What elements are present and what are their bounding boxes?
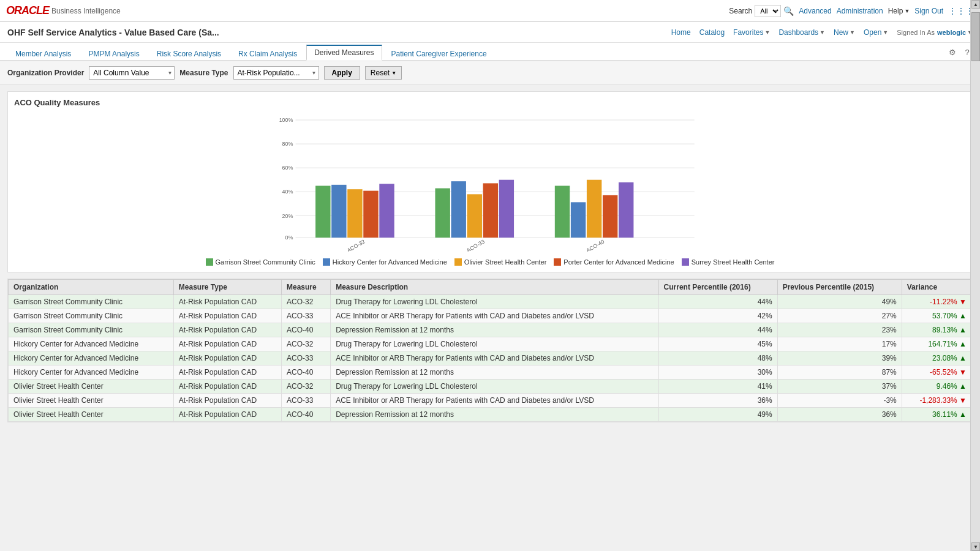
- bar-aco33-garrison: [435, 189, 450, 238]
- table-cell: At-Risk Population CAD: [173, 365, 281, 379]
- dashboards-caret: ▼: [820, 29, 825, 36]
- col-description: Measure Description: [331, 279, 658, 294]
- bar-aco40-surrey: [619, 182, 633, 238]
- reset-button[interactable]: Reset ▼: [365, 66, 402, 80]
- table-row: Hickory Center for Advanced MedicineAt-R…: [9, 351, 972, 365]
- table-cell: ACO-32: [281, 337, 330, 351]
- table-cell: Drug Therapy for Lowering LDL Cholestero…: [331, 379, 658, 393]
- variance-cell: 23.08% ▲: [902, 351, 971, 365]
- table-cell: Olivier Street Health Center: [9, 379, 174, 393]
- table-cell: ACO-40: [281, 323, 330, 337]
- chart-legend: Garrison Street Community Clinic Hickory…: [206, 258, 775, 266]
- table-cell: ACE Inhibitor or ARB Therapy for Patient…: [331, 393, 658, 407]
- table-cell: 49%: [658, 407, 777, 421]
- scroll-up-arrow[interactable]: ▲: [971, 0, 980, 9]
- variance-cell: 36.11% ▲: [902, 407, 971, 421]
- header: ORACLE Business Intelligence Search All …: [0, 0, 980, 22]
- bar-aco33-porter: [483, 183, 498, 238]
- tab-derived-measures[interactable]: Derived Measures: [306, 45, 382, 61]
- table-row: Olivier Street Health CenterAt-Risk Popu…: [9, 393, 972, 407]
- table-cell: 49%: [777, 294, 902, 309]
- table-cell: At-Risk Population CAD: [173, 393, 281, 407]
- search-label: Search: [729, 7, 752, 15]
- titlebar: OHF Self Service Analytics - Value Based…: [0, 22, 980, 43]
- table-cell: Olivier Street Health Center: [9, 393, 174, 407]
- nav-links: Home Catalog Favorites ▼ Dashboards ▼ Ne…: [671, 28, 973, 37]
- svg-text:ACO-32: ACO-32: [346, 238, 366, 252]
- table-header-row: Organization Measure Type Measure Measur…: [9, 279, 972, 294]
- search-type-select[interactable]: All: [755, 5, 781, 17]
- table-cell: At-Risk Population CAD: [173, 323, 281, 337]
- table-cell: Garrison Street Community Clinic: [9, 309, 174, 323]
- svg-text:60%: 60%: [282, 165, 293, 171]
- table-cell: 44%: [658, 323, 777, 337]
- tab-risk-score-analysis[interactable]: Risk Score Analysis: [149, 47, 229, 61]
- table-cell: Hickory Center for Advanced Medicine: [9, 337, 174, 351]
- variance-cell: 164.71% ▲: [902, 337, 971, 351]
- settings-icon[interactable]: ⚙: [947, 47, 958, 58]
- table-cell: 44%: [658, 294, 777, 309]
- page-title: OHF Self Service Analytics - Value Based…: [7, 28, 219, 37]
- legend-color-surrey: [682, 258, 689, 266]
- table-cell: At-Risk Population CAD: [173, 379, 281, 393]
- chart-area: 100% 80% 60% 40% 20% 0%: [276, 112, 704, 253]
- bar-aco40-olivier: [587, 180, 601, 238]
- org-provider-select[interactable]: All Column Value: [89, 66, 175, 80]
- tab-icons: ⚙ ?: [947, 47, 973, 60]
- table-cell: Hickory Center for Advanced Medicine: [9, 365, 174, 379]
- org-provider-label: Organization Provider: [7, 69, 84, 77]
- table-cell: ACO-40: [281, 365, 330, 379]
- search-icon[interactable]: 🔍: [783, 6, 794, 16]
- svg-text:100%: 100%: [279, 117, 293, 123]
- help-dropdown[interactable]: Help ▼: [888, 7, 910, 15]
- advanced-link[interactable]: Advanced: [799, 7, 831, 15]
- bar-aco32-porter: [363, 191, 378, 238]
- table-cell: Garrison Street Community Clinic: [9, 323, 174, 337]
- table-cell: ACO-32: [281, 379, 330, 393]
- scrollbar: ▲ ▼: [970, 0, 980, 538]
- open-dropdown[interactable]: Open ▼: [864, 28, 888, 37]
- bar-aco40-hickory: [571, 202, 586, 238]
- catalog-link[interactable]: Catalog: [699, 28, 725, 37]
- search-type-wrap: All: [755, 5, 781, 17]
- table-cell: 36%: [658, 393, 777, 407]
- table-body: Garrison Street Community ClinicAt-Risk …: [9, 294, 972, 421]
- new-dropdown[interactable]: New ▼: [834, 28, 855, 37]
- tab-member-analysis[interactable]: Member Analysis: [7, 47, 79, 61]
- table-cell: 17%: [777, 337, 902, 351]
- legend-label-olivier: Olivier Street Health Center: [464, 258, 547, 266]
- favorites-dropdown[interactable]: Favorites ▼: [733, 28, 770, 37]
- legend-label-hickory: Hickory Center for Advanced Medicine: [333, 258, 447, 266]
- main-content: ACO Quality Measures 100% 80% 60% 40% 20…: [0, 85, 980, 538]
- tab-patient-caregiver[interactable]: Patient Caregiver Experience: [383, 47, 495, 61]
- user-dropdown[interactable]: weblogic ▼: [937, 29, 973, 36]
- home-link[interactable]: Home: [671, 28, 691, 37]
- dashboards-dropdown[interactable]: Dashboards ▼: [778, 28, 825, 37]
- table-cell: 36%: [777, 407, 902, 421]
- measure-type-select[interactable]: At-Risk Populatio...: [233, 66, 319, 80]
- variance-cell: 89.13% ▲: [902, 323, 971, 337]
- signout-link[interactable]: Sign Out: [914, 7, 943, 15]
- legend-olivier: Olivier Street Health Center: [454, 258, 547, 266]
- tab-rx-claim-analysis[interactable]: Rx Claim Analysis: [230, 47, 305, 61]
- table-cell: Olivier Street Health Center: [9, 407, 174, 421]
- table-cell: 23%: [777, 323, 902, 337]
- table-cell: 27%: [777, 309, 902, 323]
- signed-in-label: Signed In As: [897, 29, 935, 36]
- svg-text:20%: 20%: [282, 213, 293, 219]
- search-area: Search All 🔍: [729, 5, 794, 17]
- tab-pmpm-analysis[interactable]: PMPM Analysis: [80, 47, 147, 61]
- table-cell: 41%: [658, 379, 777, 393]
- col-measure-type: Measure Type: [173, 279, 281, 294]
- table-cell: Depression Remission at 12 months: [331, 365, 658, 379]
- favorites-caret: ▼: [764, 29, 770, 36]
- variance-cell: -1,283.33% ▼: [902, 393, 971, 407]
- bar-aco32-garrison: [315, 186, 330, 238]
- apply-button[interactable]: Apply: [324, 66, 360, 80]
- table-section: Organization Measure Type Measure Measur…: [7, 279, 973, 422]
- table-cell: ACO-40: [281, 407, 330, 421]
- svg-text:ACO-33: ACO-33: [466, 238, 486, 252]
- scroll-thumb[interactable]: [971, 12, 980, 61]
- administration-link[interactable]: Administration: [837, 7, 883, 15]
- data-table: Organization Measure Type Measure Measur…: [8, 279, 972, 422]
